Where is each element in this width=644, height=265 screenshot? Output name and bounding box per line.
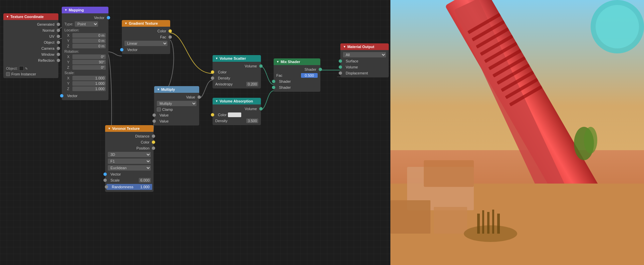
volume-scatter-color-socket[interactable] bbox=[211, 70, 214, 74]
voronoi-scale-socket[interactable] bbox=[103, 179, 107, 182]
volume-absorption-collapse[interactable]: ▼ bbox=[215, 99, 218, 103]
volume-scatter-density-socket[interactable] bbox=[211, 76, 214, 80]
node-collapse-arrow[interactable]: ▼ bbox=[6, 15, 9, 18]
reflection-socket[interactable] bbox=[57, 59, 60, 62]
mapping-title: Mapping bbox=[69, 8, 84, 12]
mapping-vector-out-label: Vector bbox=[64, 16, 106, 20]
voronoi-dim-dropdown[interactable]: 3D bbox=[108, 152, 151, 157]
camera-socket[interactable] bbox=[57, 47, 60, 50]
multiply-header[interactable]: ▼ Multiply bbox=[154, 86, 199, 93]
voronoi-distance-socket[interactable] bbox=[152, 135, 155, 138]
voronoi-distance-func-row: Euclidean bbox=[105, 165, 153, 171]
window-label: Window bbox=[6, 52, 56, 56]
svg-rect-23 bbox=[434, 207, 467, 234]
object-socket[interactable] bbox=[57, 41, 60, 44]
volume-scatter-density-row: Density bbox=[213, 75, 261, 81]
svg-point-18 bbox=[584, 127, 597, 154]
multiply-node: ▼ Multiply Value Multiply Clamp Value bbox=[154, 86, 199, 125]
voronoi-feature-dropdown[interactable]: F1 bbox=[108, 159, 151, 164]
volume-absorption-header[interactable]: ▼ Volume Absorption bbox=[213, 98, 261, 104]
scale-y-value[interactable]: 1.000 bbox=[72, 81, 106, 86]
mapping-vector-in-socket[interactable] bbox=[60, 94, 63, 97]
voronoi-collapse[interactable]: ▼ bbox=[108, 127, 111, 130]
rot-y-value[interactable]: 90° bbox=[72, 60, 106, 64]
volume-scatter-anisotropy-value[interactable]: 0.200 bbox=[246, 82, 258, 86]
from-instancer-checkbox[interactable] bbox=[6, 72, 10, 76]
mix-shader-fac-input[interactable] bbox=[301, 73, 318, 78]
multiply-value2-row: Value bbox=[154, 118, 199, 124]
gradient-collapse[interactable]: ▼ bbox=[124, 22, 127, 25]
gradient-header[interactable]: ▼ Gradient Texture bbox=[122, 20, 170, 27]
multiply-value-out-socket[interactable] bbox=[198, 95, 201, 99]
mix-shader2-socket[interactable] bbox=[272, 86, 275, 89]
rot-z-value[interactable]: 0° bbox=[72, 65, 106, 70]
mix-shader1-socket[interactable] bbox=[272, 80, 275, 83]
voronoi-color-out-socket[interactable] bbox=[152, 141, 155, 144]
volume-scatter-collapse[interactable]: ▼ bbox=[215, 57, 218, 60]
mix-shader-header[interactable]: ▼ Mix Shader bbox=[274, 58, 320, 65]
gradient-fac-socket[interactable] bbox=[169, 35, 172, 39]
multiply-operation-dropdown[interactable]: Multiply bbox=[157, 101, 197, 106]
window-socket[interactable] bbox=[57, 53, 60, 56]
object-swatch[interactable] bbox=[19, 66, 24, 71]
multiply-clamp-label: Clamp bbox=[162, 107, 173, 111]
voronoi-distance-label: Distance bbox=[108, 134, 151, 138]
mapping-type-dropdown[interactable]: Point bbox=[75, 21, 98, 27]
volume-absorption-out-label: Volume bbox=[215, 107, 258, 111]
texture-coordinate-title: Texture Coordinate bbox=[10, 15, 44, 19]
voronoi-header[interactable]: ▼ Voronoi Texture bbox=[105, 125, 153, 132]
volume-scatter-header[interactable]: ▼ Volume Scatter bbox=[213, 55, 261, 62]
pencil-icon[interactable]: ✎ bbox=[25, 67, 28, 70]
material-surface-socket[interactable] bbox=[339, 59, 342, 63]
mapping-header[interactable]: ▼ Mapping bbox=[62, 7, 108, 13]
volume-scatter-out-socket[interactable] bbox=[259, 64, 263, 68]
volume-absorption-color-socket[interactable] bbox=[211, 113, 214, 116]
gradient-type-row: Linear bbox=[122, 40, 170, 47]
material-output-header[interactable]: ▼ Material Output bbox=[340, 43, 389, 50]
gradient-color-socket[interactable] bbox=[169, 29, 172, 33]
multiply-value1-socket[interactable] bbox=[152, 113, 156, 117]
generated-socket[interactable] bbox=[57, 23, 60, 26]
multiply-collapse[interactable]: ▼ bbox=[157, 88, 160, 91]
gradient-vector-socket[interactable] bbox=[120, 48, 123, 51]
material-output-use-dropdown[interactable]: All bbox=[343, 52, 386, 57]
mapping-collapse[interactable]: ▼ bbox=[64, 8, 67, 12]
mapping-vector-out-socket[interactable] bbox=[107, 16, 110, 19]
scale-z-value[interactable]: 1.000 bbox=[72, 86, 106, 91]
scale-x-value[interactable]: 1.000 bbox=[72, 76, 106, 80]
voronoi-randomness-socket[interactable] bbox=[105, 185, 108, 189]
gradient-type-dropdown[interactable]: Linear bbox=[124, 41, 168, 46]
texture-coordinate-header[interactable]: ▼ Texture Coordinate bbox=[3, 13, 58, 20]
node-editor[interactable]: ▼ Texture Coordinate Generated Normal UV… bbox=[0, 0, 390, 265]
texture-coordinate-node: ▼ Texture Coordinate Generated Normal UV… bbox=[3, 13, 58, 78]
material-volume-socket[interactable] bbox=[339, 65, 342, 69]
multiply-operation-row: Multiply bbox=[154, 100, 199, 107]
rot-x-value[interactable]: 0° bbox=[72, 54, 106, 59]
voronoi-distance-dropdown[interactable]: Euclidean bbox=[108, 165, 151, 171]
volume-absorption-out-socket[interactable] bbox=[259, 107, 263, 110]
volume-scatter-anisotropy-row: Anisotropy 0.200 bbox=[213, 81, 261, 87]
rotation-section-label: Rotation: bbox=[62, 49, 108, 54]
voronoi-randomness-value[interactable]: 1.000 bbox=[140, 185, 149, 189]
volume-scatter-out-row: Volume bbox=[213, 63, 261, 69]
loc-y-value[interactable]: 0 m bbox=[72, 38, 106, 43]
loc-z-value[interactable]: 0 m bbox=[72, 44, 106, 48]
voronoi-scale-value[interactable]: 6.000 bbox=[139, 178, 151, 183]
loc-x-value[interactable]: 0 m bbox=[72, 33, 106, 38]
uv-socket[interactable] bbox=[57, 35, 60, 38]
from-instancer-label: From Instancer bbox=[11, 72, 36, 76]
voronoi-position-socket[interactable] bbox=[152, 147, 155, 150]
volume-absorption-color-swatch[interactable] bbox=[228, 112, 241, 117]
gradient-fac-label: Fac bbox=[124, 35, 168, 39]
multiply-clamp-checkbox[interactable] bbox=[157, 107, 161, 111]
multiply-value2-socket[interactable] bbox=[152, 119, 156, 123]
voronoi-vector-socket[interactable] bbox=[103, 173, 107, 176]
material-displacement-socket[interactable] bbox=[339, 71, 342, 75]
normal-socket[interactable] bbox=[57, 29, 60, 32]
volume-absorption-density-value[interactable]: 3.500 bbox=[246, 118, 258, 123]
material-output-title: Material Output bbox=[347, 45, 374, 49]
material-output-collapse[interactable]: ▼ bbox=[343, 45, 346, 48]
location-section-label: Location: bbox=[62, 27, 108, 33]
mix-shader-collapse[interactable]: ▼ bbox=[276, 60, 279, 63]
mix-shader-out-socket[interactable] bbox=[319, 68, 322, 71]
